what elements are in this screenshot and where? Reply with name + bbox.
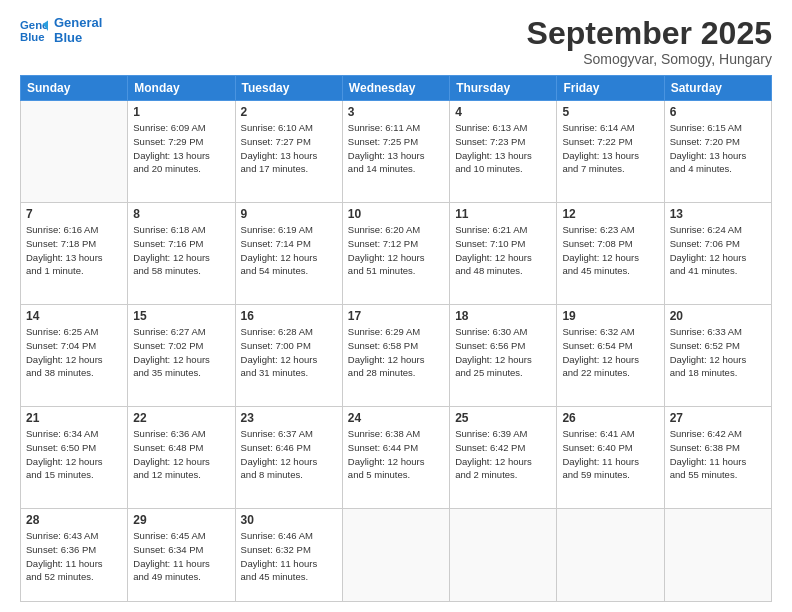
day-number: 1 [133,105,229,119]
day-cell-30: 30Sunrise: 6:46 AMSunset: 6:32 PMDayligh… [235,509,342,602]
week-row-3: 14Sunrise: 6:25 AMSunset: 7:04 PMDayligh… [21,305,772,407]
header-right: September 2025 Somogyvar, Somogy, Hungar… [527,16,772,67]
logo-line1: General [54,16,102,31]
day-cell-14: 14Sunrise: 6:25 AMSunset: 7:04 PMDayligh… [21,305,128,407]
day-info: Sunrise: 6:24 AMSunset: 7:06 PMDaylight:… [670,223,766,278]
svg-text:Blue: Blue [20,31,45,43]
day-info: Sunrise: 6:23 AMSunset: 7:08 PMDaylight:… [562,223,658,278]
day-number: 7 [26,207,122,221]
day-number: 3 [348,105,444,119]
week-row-1: 1Sunrise: 6:09 AMSunset: 7:29 PMDaylight… [21,101,772,203]
day-info: Sunrise: 6:43 AMSunset: 6:36 PMDaylight:… [26,529,122,584]
day-header-tuesday: Tuesday [235,76,342,101]
day-number: 15 [133,309,229,323]
day-info: Sunrise: 6:10 AMSunset: 7:27 PMDaylight:… [241,121,337,176]
week-row-5: 28Sunrise: 6:43 AMSunset: 6:36 PMDayligh… [21,509,772,602]
logo-icon: General Blue [20,17,48,45]
day-header-saturday: Saturday [664,76,771,101]
day-cell-10: 10Sunrise: 6:20 AMSunset: 7:12 PMDayligh… [342,203,449,305]
month-title: September 2025 [527,16,772,51]
day-cell-22: 22Sunrise: 6:36 AMSunset: 6:48 PMDayligh… [128,407,235,509]
day-info: Sunrise: 6:32 AMSunset: 6:54 PMDaylight:… [562,325,658,380]
day-info: Sunrise: 6:15 AMSunset: 7:20 PMDaylight:… [670,121,766,176]
day-number: 29 [133,513,229,527]
day-cell-8: 8Sunrise: 6:18 AMSunset: 7:16 PMDaylight… [128,203,235,305]
day-cell-7: 7Sunrise: 6:16 AMSunset: 7:18 PMDaylight… [21,203,128,305]
day-cell-13: 13Sunrise: 6:24 AMSunset: 7:06 PMDayligh… [664,203,771,305]
day-info: Sunrise: 6:29 AMSunset: 6:58 PMDaylight:… [348,325,444,380]
day-cell-21: 21Sunrise: 6:34 AMSunset: 6:50 PMDayligh… [21,407,128,509]
day-cell-28: 28Sunrise: 6:43 AMSunset: 6:36 PMDayligh… [21,509,128,602]
day-number: 22 [133,411,229,425]
day-number: 26 [562,411,658,425]
day-number: 25 [455,411,551,425]
logo-line2: Blue [54,31,102,46]
week-row-4: 21Sunrise: 6:34 AMSunset: 6:50 PMDayligh… [21,407,772,509]
day-cell-9: 9Sunrise: 6:19 AMSunset: 7:14 PMDaylight… [235,203,342,305]
day-number: 28 [26,513,122,527]
day-cell-5: 5Sunrise: 6:14 AMSunset: 7:22 PMDaylight… [557,101,664,203]
page: General Blue General Blue September 2025… [0,0,792,612]
day-info: Sunrise: 6:36 AMSunset: 6:48 PMDaylight:… [133,427,229,482]
day-info: Sunrise: 6:33 AMSunset: 6:52 PMDaylight:… [670,325,766,380]
day-cell-16: 16Sunrise: 6:28 AMSunset: 7:00 PMDayligh… [235,305,342,407]
day-number: 17 [348,309,444,323]
day-cell-25: 25Sunrise: 6:39 AMSunset: 6:42 PMDayligh… [450,407,557,509]
empty-cell [557,509,664,602]
day-info: Sunrise: 6:16 AMSunset: 7:18 PMDaylight:… [26,223,122,278]
day-cell-17: 17Sunrise: 6:29 AMSunset: 6:58 PMDayligh… [342,305,449,407]
day-number: 2 [241,105,337,119]
day-info: Sunrise: 6:21 AMSunset: 7:10 PMDaylight:… [455,223,551,278]
day-number: 27 [670,411,766,425]
day-cell-2: 2Sunrise: 6:10 AMSunset: 7:27 PMDaylight… [235,101,342,203]
day-cell-24: 24Sunrise: 6:38 AMSunset: 6:44 PMDayligh… [342,407,449,509]
day-cell-4: 4Sunrise: 6:13 AMSunset: 7:23 PMDaylight… [450,101,557,203]
day-number: 16 [241,309,337,323]
day-header-monday: Monday [128,76,235,101]
day-info: Sunrise: 6:39 AMSunset: 6:42 PMDaylight:… [455,427,551,482]
empty-cell [21,101,128,203]
empty-cell [342,509,449,602]
day-cell-23: 23Sunrise: 6:37 AMSunset: 6:46 PMDayligh… [235,407,342,509]
day-info: Sunrise: 6:25 AMSunset: 7:04 PMDaylight:… [26,325,122,380]
day-number: 4 [455,105,551,119]
day-cell-20: 20Sunrise: 6:33 AMSunset: 6:52 PMDayligh… [664,305,771,407]
day-cell-15: 15Sunrise: 6:27 AMSunset: 7:02 PMDayligh… [128,305,235,407]
day-header-sunday: Sunday [21,76,128,101]
day-cell-12: 12Sunrise: 6:23 AMSunset: 7:08 PMDayligh… [557,203,664,305]
day-number: 18 [455,309,551,323]
day-cell-11: 11Sunrise: 6:21 AMSunset: 7:10 PMDayligh… [450,203,557,305]
day-info: Sunrise: 6:34 AMSunset: 6:50 PMDaylight:… [26,427,122,482]
logo: General Blue General Blue [20,16,102,46]
day-cell-29: 29Sunrise: 6:45 AMSunset: 6:34 PMDayligh… [128,509,235,602]
day-cell-19: 19Sunrise: 6:32 AMSunset: 6:54 PMDayligh… [557,305,664,407]
day-info: Sunrise: 6:20 AMSunset: 7:12 PMDaylight:… [348,223,444,278]
day-number: 13 [670,207,766,221]
day-header-wednesday: Wednesday [342,76,449,101]
day-info: Sunrise: 6:38 AMSunset: 6:44 PMDaylight:… [348,427,444,482]
day-number: 20 [670,309,766,323]
day-cell-27: 27Sunrise: 6:42 AMSunset: 6:38 PMDayligh… [664,407,771,509]
day-info: Sunrise: 6:45 AMSunset: 6:34 PMDaylight:… [133,529,229,584]
day-info: Sunrise: 6:42 AMSunset: 6:38 PMDaylight:… [670,427,766,482]
day-header-friday: Friday [557,76,664,101]
empty-cell [664,509,771,602]
day-cell-3: 3Sunrise: 6:11 AMSunset: 7:25 PMDaylight… [342,101,449,203]
day-number: 23 [241,411,337,425]
day-cell-18: 18Sunrise: 6:30 AMSunset: 6:56 PMDayligh… [450,305,557,407]
day-info: Sunrise: 6:11 AMSunset: 7:25 PMDaylight:… [348,121,444,176]
week-row-2: 7Sunrise: 6:16 AMSunset: 7:18 PMDaylight… [21,203,772,305]
day-number: 8 [133,207,229,221]
day-info: Sunrise: 6:37 AMSunset: 6:46 PMDaylight:… [241,427,337,482]
top-section: General Blue General Blue September 2025… [20,16,772,67]
day-info: Sunrise: 6:09 AMSunset: 7:29 PMDaylight:… [133,121,229,176]
day-info: Sunrise: 6:41 AMSunset: 6:40 PMDaylight:… [562,427,658,482]
day-number: 14 [26,309,122,323]
day-info: Sunrise: 6:14 AMSunset: 7:22 PMDaylight:… [562,121,658,176]
day-info: Sunrise: 6:19 AMSunset: 7:14 PMDaylight:… [241,223,337,278]
day-header-thursday: Thursday [450,76,557,101]
empty-cell [450,509,557,602]
day-number: 6 [670,105,766,119]
day-number: 24 [348,411,444,425]
day-number: 11 [455,207,551,221]
